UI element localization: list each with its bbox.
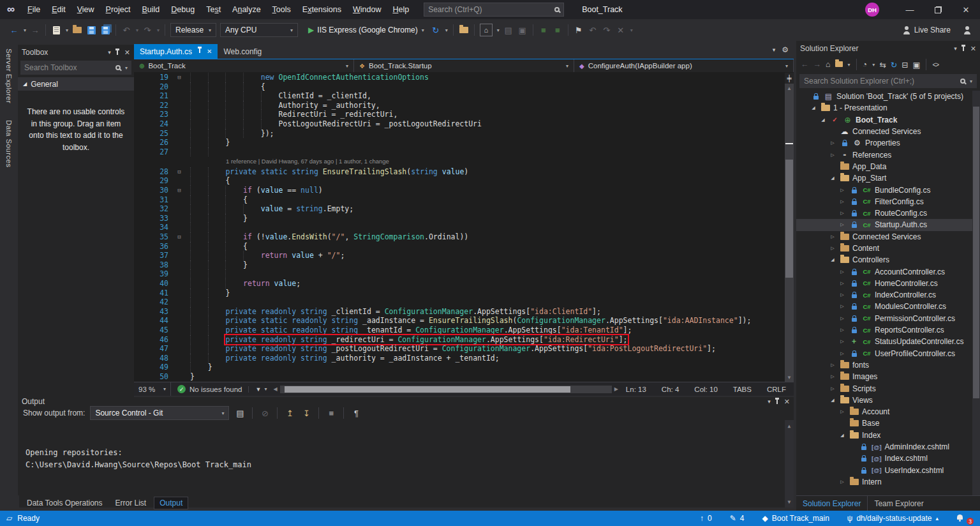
fold-icon[interactable]: ⊟ xyxy=(174,167,185,177)
new-project-caret[interactable]: ▾ xyxy=(66,27,68,33)
tab-pin-icon[interactable] xyxy=(197,47,202,56)
collapsed-icon[interactable]: ▷ xyxy=(838,199,846,204)
redo-icon[interactable]: ↷ xyxy=(142,24,152,36)
collapsed-icon[interactable]: ▷ xyxy=(838,339,846,344)
scrollbar-track[interactable] xyxy=(785,93,794,373)
tree-item-references[interactable]: ▷▪▪References xyxy=(796,149,972,160)
menu-window[interactable]: Window xyxy=(347,0,387,19)
active-files-caret[interactable]: ▾ xyxy=(773,47,776,53)
previous-bookmark-icon[interactable]: ↶ xyxy=(588,24,598,36)
panel-tab-error-list[interactable]: Error List xyxy=(110,497,152,509)
sidebar-tab-server-explorer[interactable]: Server Explorer xyxy=(5,49,13,103)
clear-bookmarks-icon[interactable]: ✕ xyxy=(616,24,626,36)
expanded-icon[interactable]: ◢ xyxy=(829,176,836,181)
menu-debug[interactable]: Debug xyxy=(165,0,200,19)
tree-item-app-start[interactable]: ◢App_Start xyxy=(796,172,972,184)
menu-edit[interactable]: Edit xyxy=(46,0,71,19)
tree-item-solution-boot-track-5-of-5-projects-[interactable]: ▤Solution 'Boot_Track' (5 of 5 projects) xyxy=(796,91,972,102)
tabs-indicator[interactable]: TABS xyxy=(725,386,759,393)
solution-tree-scroll-thumb[interactable] xyxy=(973,107,979,398)
zoom-dropdown[interactable]: 93 % ▾ xyxy=(134,382,171,396)
se-back-icon[interactable]: ← xyxy=(801,60,809,69)
notifications-button[interactable]: 3 xyxy=(950,515,970,522)
clear-all-icon[interactable]: ≡ xyxy=(325,409,337,418)
undo-icon[interactable]: ↶ xyxy=(121,24,131,36)
menu-build[interactable]: Build xyxy=(137,0,166,19)
collapsed-icon[interactable]: ▷ xyxy=(838,304,846,309)
scrollbar-thumb[interactable] xyxy=(785,160,793,277)
tree-item-content[interactable]: ▷Content xyxy=(796,243,972,254)
live-share-button[interactable]: Live Share xyxy=(903,26,951,34)
diff-margin-dropdown[interactable]: ▼ ▾ xyxy=(248,386,273,393)
output-pin-icon[interactable] xyxy=(775,398,780,405)
collapsed-icon[interactable]: ▷ xyxy=(829,246,836,251)
undo-caret[interactable]: ▾ xyxy=(136,27,138,33)
configuration-dropdown[interactable]: Release ▾ xyxy=(170,23,216,37)
find-in-files-icon[interactable] xyxy=(459,24,469,36)
collapsed-icon[interactable]: ▷ xyxy=(829,234,836,239)
word-wrap-icon[interactable]: ¶ xyxy=(350,409,362,418)
navigate-back-icon[interactable]: ← xyxy=(9,24,19,36)
se-view-code-icon[interactable]: <> xyxy=(932,61,939,68)
tree-item-userindex-cshtml[interactable]: [@]UserIndex.cshtml xyxy=(796,465,972,476)
output-source-dropdown[interactable]: Source Control - Git ▾ xyxy=(90,406,229,420)
output-close-icon[interactable]: ✕ xyxy=(784,398,790,406)
tree-item-statusupdatecontroller-cs[interactable]: ▷+C#StatusUpdateController.cs xyxy=(796,336,972,347)
tree-item-bundleconfig-cs[interactable]: ▷C#BundleConfig.cs xyxy=(796,184,972,195)
tab-close-icon[interactable]: ✕ xyxy=(207,48,212,55)
tab-startup-auth-cs[interactable]: Startup.Auth.cs✕ xyxy=(134,44,218,59)
tree-item-properties[interactable]: ▷⚙Properties xyxy=(796,137,972,149)
next-message-icon[interactable]: ↧ xyxy=(301,409,312,418)
new-project-icon[interactable] xyxy=(51,24,61,36)
scroll-down-arrow[interactable]: ▼ xyxy=(787,373,792,382)
menu-analyze[interactable]: Analyze xyxy=(226,0,266,19)
goto-source-icon[interactable]: ⊘ xyxy=(259,409,271,418)
expanded-icon[interactable]: ◢ xyxy=(838,433,846,438)
editor-vertical-scrollbar[interactable]: ╪ ▲ ▼ xyxy=(785,73,794,382)
output-menu-caret[interactable]: ▾ xyxy=(768,398,771,405)
tree-item-reportscontroller-cs[interactable]: ▷C#ReportsController.cs xyxy=(796,324,972,336)
restore-button[interactable] xyxy=(924,0,952,19)
se-home-icon[interactable]: ⌂ xyxy=(826,60,831,69)
expanded-icon[interactable]: ◢ xyxy=(829,398,836,403)
breadcrumb-class[interactable]: ❖Boot_Track.Startup▾ xyxy=(354,59,574,72)
bookmark-overflow-caret[interactable]: ▾ xyxy=(630,27,633,33)
tree-item-userprofilecontroller-cs[interactable]: ▷C#UserProfileController.cs xyxy=(796,348,972,359)
quick-search-input[interactable]: Search (Ctrl+Q) xyxy=(424,3,564,17)
sidebar-tab-data-sources[interactable]: Data Sources xyxy=(5,120,13,167)
tree-item-intern[interactable]: ▷Intern xyxy=(796,476,972,488)
collapsed-icon[interactable]: ▷ xyxy=(838,479,846,485)
tree-item-views[interactable]: ◢Views xyxy=(796,395,972,406)
se-switch-views-caret[interactable]: ▾ xyxy=(848,62,850,68)
tree-item-modulescontroller-cs[interactable]: ▷C#ModulesController.cs xyxy=(796,301,972,312)
se-switch-views-icon[interactable] xyxy=(835,60,843,69)
document-outline-icon[interactable]: ▣ xyxy=(517,24,528,36)
background-tasks-icon[interactable]: ▱ xyxy=(6,514,12,523)
menu-view[interactable]: View xyxy=(71,0,100,19)
tree-item-filterconfig-cs[interactable]: ▷C#FilterConfig.cs xyxy=(796,196,972,207)
tree-item-scripts[interactable]: ▷Scripts xyxy=(796,382,972,394)
menu-tools[interactable]: Tools xyxy=(267,0,297,19)
menu-test[interactable]: Test xyxy=(200,0,226,19)
solution-explorer-search-input[interactable]: Search Solution Explorer (Ctrl+;) ▾ xyxy=(799,74,977,88)
tree-item-controllers[interactable]: ◢Controllers xyxy=(796,254,972,266)
solution-explorer-pin-icon[interactable] xyxy=(961,45,967,52)
health-indicator[interactable]: ✓ No issues found xyxy=(171,385,248,393)
branch-button[interactable]: ψ dh/daily-status-update ▴ xyxy=(841,514,945,523)
collapsed-icon[interactable]: ▷ xyxy=(838,292,846,297)
feedback-icon[interactable] xyxy=(963,26,971,34)
se-tab-solution-explorer[interactable]: Solution Explorer xyxy=(796,496,868,511)
repository-button[interactable]: ◆ Boot Track_main xyxy=(756,514,836,523)
collapsed-icon[interactable]: ▷ xyxy=(838,281,846,286)
menu-extensions[interactable]: Extensions xyxy=(297,0,347,19)
fold-icon[interactable]: ⊟ xyxy=(174,232,185,242)
hscroll-thumb[interactable] xyxy=(285,386,570,393)
se-sync-icon[interactable]: ⇆ xyxy=(879,60,886,70)
fold-icon[interactable]: ⊟ xyxy=(174,73,185,82)
minimize-button[interactable]: — xyxy=(896,0,924,19)
menu-project[interactable]: Project xyxy=(100,0,137,19)
tree-item-adminindex-cshtml[interactable]: [@]AdminIndex.cshtml xyxy=(796,441,972,453)
breadcrumb-project[interactable]: ⊕Boot_Track▾ xyxy=(134,59,354,72)
toolbox-section-general[interactable]: ◢ General xyxy=(18,77,134,91)
codelens-info[interactable]: 1 reference | David Hwang, 67 days ago |… xyxy=(190,156,389,167)
